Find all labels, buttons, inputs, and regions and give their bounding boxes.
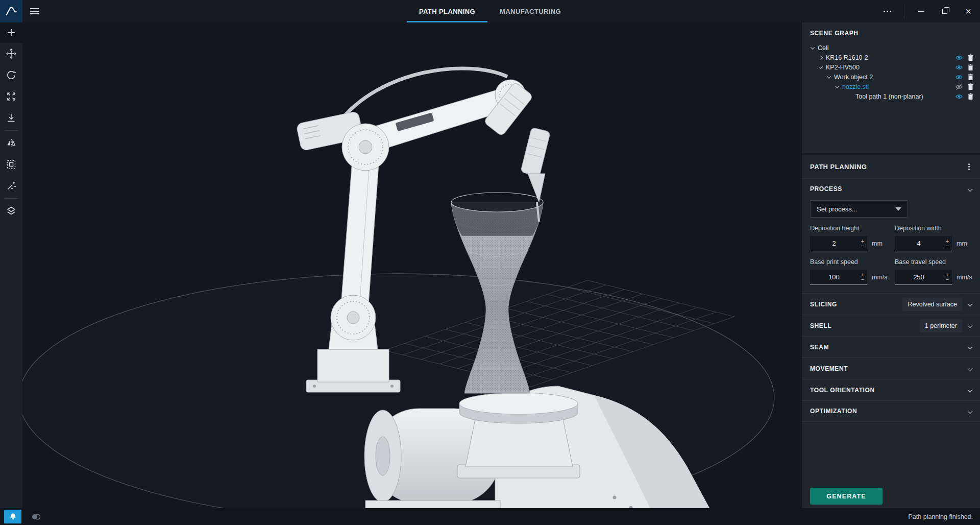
tab-path-planning[interactable]: PATH PLANNING	[407, 0, 487, 22]
base-print-speed-input[interactable]	[810, 270, 867, 284]
chevron-down-icon	[968, 366, 973, 371]
eye-visible-icon[interactable]	[955, 74, 963, 81]
trash-icon[interactable]	[967, 74, 974, 81]
select-region-tool-button[interactable]	[0, 154, 22, 175]
base-print-speed-field: Base print speed + − mm/s	[810, 258, 895, 285]
decrement-button[interactable]: −	[944, 277, 950, 282]
trash-icon[interactable]	[967, 64, 974, 71]
section-value-badge: 1 perimeter	[920, 319, 962, 332]
tree-node-tool-path-1[interactable]: Tool path 1 (non-planar)	[802, 91, 980, 101]
tree-node-work-object-2[interactable]: Work object 2	[802, 72, 980, 82]
tree-node-kr16[interactable]: KR16 R1610-2	[802, 53, 980, 62]
decrement-button[interactable]: −	[944, 244, 950, 248]
rotate-tool-button[interactable]	[0, 64, 22, 86]
tree-node-label: KP2-HV500	[826, 64, 860, 71]
plus-icon	[6, 27, 17, 38]
viewport-canvas	[22, 22, 801, 508]
3d-viewport[interactable]	[22, 22, 801, 508]
toolbar-divider	[5, 130, 18, 131]
section-slicing[interactable]: SLICING Revolved surface	[802, 293, 980, 315]
close-icon: ×	[965, 6, 971, 16]
tree-node-label: nozzle.stl	[842, 83, 869, 90]
mirror-tool-button[interactable]	[0, 132, 22, 154]
tree-node-label: Tool path 1 (non-planar)	[855, 93, 923, 100]
rotate-icon	[6, 69, 17, 81]
main-menu-button[interactable]	[22, 0, 46, 22]
maximize-button[interactable]	[933, 0, 957, 22]
decrement-button[interactable]: −	[860, 244, 866, 248]
close-button[interactable]: ×	[957, 0, 980, 22]
tree-node-label: KR16 R1610-2	[826, 54, 868, 61]
generate-button[interactable]: GENERATE	[810, 488, 883, 505]
scene-graph-title: SCENE GRAPH	[802, 30, 980, 43]
section-label: SEAM	[810, 344, 829, 351]
minimize-button[interactable]	[910, 0, 933, 22]
tree-node-kp2[interactable]: KP2-HV500	[802, 62, 980, 72]
chevron-right-icon[interactable]	[819, 55, 823, 59]
trash-icon[interactable]	[967, 54, 974, 61]
section-seam[interactable]: SEAM	[802, 336, 980, 357]
eye-visible-icon[interactable]	[955, 93, 963, 100]
base-travel-speed-field: Base travel speed + − mm/s	[895, 258, 979, 285]
process-fields: Deposition height + − mm Deposition widt…	[810, 225, 972, 292]
import-tool-button[interactable]	[0, 107, 22, 129]
tab-manufacturing[interactable]: MANUFACTURING	[487, 0, 573, 22]
deposition-width-input[interactable]	[895, 236, 952, 251]
chevron-down-icon[interactable]	[835, 84, 839, 88]
dropdown-caret-icon	[895, 207, 901, 211]
chevron-down-icon	[968, 388, 973, 393]
divider	[904, 4, 904, 18]
render-mode-toggle[interactable]	[31, 513, 42, 521]
restore-icon	[942, 9, 947, 14]
more-options-button[interactable]	[875, 0, 899, 22]
layers-tool-button[interactable]	[0, 200, 22, 222]
bell-icon	[9, 513, 17, 520]
eye-hidden-icon[interactable]	[955, 83, 963, 90]
chevron-down-icon[interactable]	[827, 74, 831, 78]
chevron-down-icon[interactable]	[811, 45, 815, 49]
unit-label: mm/s	[872, 274, 888, 281]
tree-node-label: Work object 2	[834, 74, 873, 81]
field-label: Deposition width	[895, 225, 979, 232]
deposition-width-field: Deposition width + − mm	[895, 225, 979, 251]
process-section-header[interactable]: PROCESS	[802, 179, 980, 199]
kebab-menu-icon[interactable]	[966, 160, 972, 173]
aibuild-logo-icon	[3, 3, 20, 20]
magic-wand-icon	[6, 180, 17, 192]
trash-icon[interactable]	[967, 83, 974, 90]
section-movement[interactable]: MOVEMENT	[802, 357, 980, 379]
section-label: MOVEMENT	[810, 365, 848, 372]
notifications-button[interactable]	[4, 510, 21, 523]
trash-icon[interactable]	[967, 93, 974, 100]
base-travel-speed-input[interactable]	[895, 270, 952, 284]
chevron-down-icon	[968, 409, 973, 414]
path-planning-header: PATH PLANNING	[802, 155, 980, 179]
eye-visible-icon[interactable]	[955, 64, 963, 71]
field-label: Base travel speed	[895, 258, 979, 266]
decrement-button[interactable]: −	[860, 277, 866, 282]
set-process-value: Set process...	[817, 205, 857, 213]
tree-node-nozzle-stl[interactable]: nozzle.stl	[802, 82, 980, 91]
section-tool-orientation[interactable]: TOOL ORIENTATION	[802, 379, 980, 400]
eye-visible-icon[interactable]	[955, 54, 963, 61]
chevron-down-icon	[968, 323, 973, 328]
section-shell[interactable]: SHELL 1 perimeter	[802, 315, 980, 336]
section-label: SLICING	[810, 301, 837, 308]
minimize-icon	[918, 11, 924, 12]
process-title: PROCESS	[810, 185, 842, 193]
deposition-height-input[interactable]	[810, 236, 867, 251]
set-process-dropdown[interactable]: Set process...	[810, 200, 908, 218]
scene-graph-section: SCENE GRAPH Cell KR16 R1610-2	[802, 22, 980, 153]
field-label: Base print speed	[810, 258, 895, 266]
section-optimization[interactable]: OPTIMIZATION	[802, 400, 980, 422]
app-logo	[0, 0, 22, 22]
move-icon	[6, 48, 17, 59]
tree-node-cell[interactable]: Cell	[802, 43, 980, 53]
add-tool-button[interactable]	[0, 22, 22, 43]
top-bar: PATH PLANNING MANUFACTURING ×	[0, 0, 980, 22]
auto-generate-tool-button[interactable]	[0, 175, 22, 197]
scale-tool-button[interactable]	[0, 86, 22, 107]
chevron-down-icon[interactable]	[819, 64, 823, 68]
turntable[interactable]	[457, 393, 580, 478]
move-tool-button[interactable]	[0, 43, 22, 64]
